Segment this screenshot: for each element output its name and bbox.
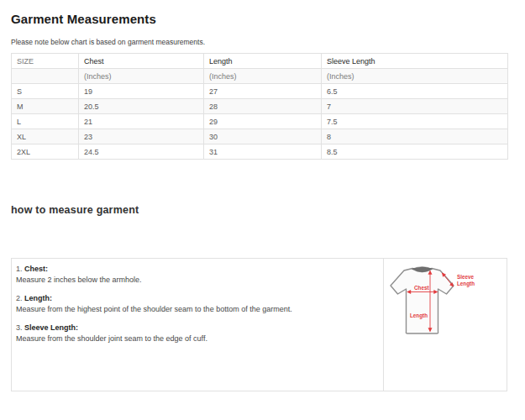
table-row: 2XL 24.5 31 8.5 <box>12 144 508 160</box>
step-label: Chest: <box>24 265 48 273</box>
instructions-column: 1. Chest: Measure 2 inches below the arm… <box>12 259 383 391</box>
page-title: Garment Measurements <box>11 12 525 26</box>
chest-cell: 23 <box>79 129 204 144</box>
measure-instructions-box: 1. Chest: Measure 2 inches below the arm… <box>11 258 507 391</box>
size-cell: S <box>12 84 79 99</box>
size-cell: M <box>12 99 79 114</box>
diagram-sleeve-label-line2: Length <box>457 281 475 287</box>
length-cell: 28 <box>204 99 322 114</box>
header-length: Length <box>204 54 322 69</box>
step-label: Length: <box>24 294 52 302</box>
chart-note: Please note below chart is based on garm… <box>11 38 525 46</box>
table-units-row: (Inches) (Inches) (Inches) <box>12 69 508 84</box>
table-row: M 20.5 28 7 <box>12 99 508 114</box>
instruction-step: 3. Sleeve Length: Measure from the shoul… <box>16 323 376 344</box>
length-cell: 30 <box>204 129 322 144</box>
step-text: Measure from the highest point of the sh… <box>16 304 376 315</box>
diagram-chest-label: Chest <box>414 285 429 291</box>
tshirt-measure-diagram: Chest Length Sleeve Length <box>384 261 507 355</box>
size-cell: XL <box>12 129 79 144</box>
instruction-step: 2. Length: Measure from the highest poin… <box>16 293 376 315</box>
unit-cell-empty <box>12 69 79 84</box>
sleeve-cell: 7 <box>322 99 508 114</box>
table-row: XL 23 30 8 <box>12 129 508 144</box>
chest-cell: 21 <box>79 114 204 129</box>
header-chest: Chest <box>79 54 204 69</box>
sleeve-cell: 7.5 <box>322 114 508 129</box>
header-sleeve-length: Sleeve Length <box>322 54 508 69</box>
step-label: Sleeve Length: <box>24 323 78 332</box>
table-row: S 19 27 6.5 <box>12 84 508 99</box>
step-number: 1. <box>16 265 23 273</box>
length-cell: 31 <box>204 144 322 160</box>
size-cell: L <box>12 114 79 129</box>
sleeve-cell: 6.5 <box>322 84 508 99</box>
diagram-sleeve-label-line1: Sleeve <box>457 274 474 280</box>
step-number: 2. <box>16 294 23 302</box>
how-to-heading: how to measure garment <box>11 204 525 216</box>
sleeve-cell: 8.5 <box>322 144 508 160</box>
tshirt-outline <box>391 269 454 334</box>
length-cell: 29 <box>204 114 322 129</box>
size-table: SIZE Chest Length Sleeve Length (Inches)… <box>11 53 508 160</box>
length-cell: 27 <box>204 84 322 99</box>
table-row: L 21 29 7.5 <box>12 114 508 129</box>
chest-cell: 24.5 <box>79 144 204 160</box>
instruction-step: 1. Chest: Measure 2 inches below the arm… <box>16 264 376 286</box>
step-text: Measure 2 inches below the armhole. <box>16 275 376 286</box>
step-number: 3. <box>16 323 23 332</box>
size-cell: 2XL <box>12 144 79 160</box>
table-header-row: SIZE Chest Length Sleeve Length <box>12 54 508 69</box>
sleeve-cell: 8 <box>322 129 508 144</box>
unit-cell: (Inches) <box>204 69 322 84</box>
diagram-length-label: Length <box>410 312 428 319</box>
unit-cell: (Inches) <box>322 69 508 84</box>
unit-cell: (Inches) <box>79 69 204 84</box>
chest-cell: 20.5 <box>79 99 204 114</box>
header-size: SIZE <box>12 54 79 69</box>
diagram-column: Chest Length Sleeve Length <box>383 259 507 391</box>
chest-cell: 19 <box>79 84 204 99</box>
step-text: Measure from the shoulder joint seam to … <box>16 333 376 344</box>
